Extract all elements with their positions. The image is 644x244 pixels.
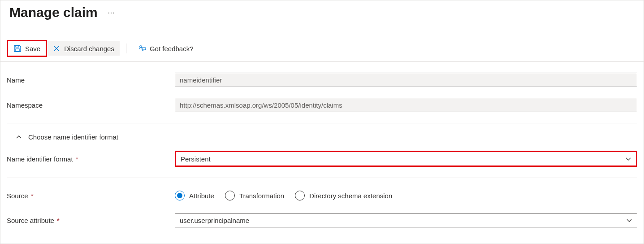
discard-button[interactable]: Discard changes xyxy=(47,41,120,56)
source-row: Source * Attribute Transformation Direct… xyxy=(7,183,637,208)
radio-unselected-icon xyxy=(295,191,305,200)
feedback-icon xyxy=(138,44,146,52)
toolbar-divider xyxy=(126,44,126,53)
svg-rect-5 xyxy=(142,48,146,50)
divider xyxy=(7,178,637,178)
page-header: Manage claim ⋯ xyxy=(0,0,644,22)
namespace-label: Namespace xyxy=(7,101,175,109)
radio-label-directory: Directory schema extension xyxy=(309,192,392,200)
source-label: Source * xyxy=(7,192,175,200)
namespace-input[interactable] xyxy=(175,98,637,112)
source-radio-attribute[interactable]: Attribute xyxy=(175,191,214,200)
page-title: Manage claim xyxy=(9,5,98,20)
save-label: Save xyxy=(25,45,40,52)
chevron-down-icon xyxy=(625,156,631,162)
name-id-format-dropdown[interactable]: Persistent xyxy=(175,151,637,167)
feedback-label: Got feedback? xyxy=(150,45,194,52)
source-radio-group: Attribute Transformation Directory schem… xyxy=(175,189,637,202)
source-attribute-value: user.userprincipalname xyxy=(180,217,249,224)
name-id-format-row: Name identifier format * Persistent xyxy=(7,145,637,172)
feedback-button[interactable]: Got feedback? xyxy=(133,41,199,56)
svg-point-4 xyxy=(140,46,142,48)
svg-rect-1 xyxy=(16,49,19,52)
required-asterisk: * xyxy=(57,217,60,224)
source-radio-transformation[interactable]: Transformation xyxy=(225,191,284,200)
source-attribute-label: Source attribute * xyxy=(7,217,175,224)
chevron-up-icon xyxy=(16,134,22,140)
save-button[interactable]: Save xyxy=(7,40,47,57)
name-id-format-expander[interactable]: Choose name identifier format xyxy=(7,129,637,145)
required-asterisk: * xyxy=(31,192,34,200)
source-radio-directory[interactable]: Directory schema extension xyxy=(295,191,392,200)
radio-label-transformation: Transformation xyxy=(239,192,284,200)
source-attribute-dropdown[interactable]: user.userprincipalname xyxy=(175,213,637,227)
radio-label-attribute: Attribute xyxy=(189,192,214,200)
form-section: Name Namespace Choose name identifier fo… xyxy=(0,62,644,233)
name-id-format-value: Persistent xyxy=(181,155,211,163)
name-row: Name xyxy=(7,67,637,92)
name-label: Name xyxy=(7,76,175,84)
svg-rect-0 xyxy=(16,45,19,47)
name-input[interactable] xyxy=(175,73,637,87)
radio-selected-icon xyxy=(175,191,185,200)
source-attribute-row: Source attribute * user.userprincipalnam… xyxy=(7,208,637,233)
expander-label: Choose name identifier format xyxy=(28,133,118,141)
divider xyxy=(7,123,637,123)
name-id-format-label: Name identifier format * xyxy=(7,155,175,163)
namespace-row: Namespace xyxy=(7,92,637,118)
discard-label: Discard changes xyxy=(64,45,114,52)
required-asterisk: * xyxy=(76,155,78,163)
chevron-down-icon xyxy=(626,217,632,223)
toolbar: Save Discard changes Got feedback? xyxy=(0,35,644,62)
save-icon xyxy=(13,44,22,52)
more-icon[interactable]: ⋯ xyxy=(106,7,117,19)
radio-unselected-icon xyxy=(225,191,235,200)
close-icon xyxy=(52,44,61,52)
